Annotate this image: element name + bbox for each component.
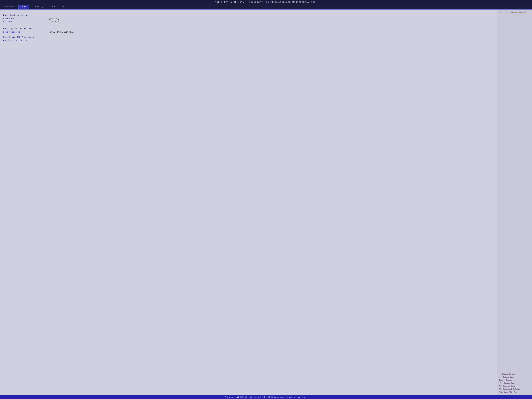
delete-boot-option-row[interactable]: ► Delete Boot Option — [3, 39, 494, 42]
title-text: Aptio Setup Utility - Copyright (C) 2008… — [215, 1, 317, 3]
boot-priorities-header: Boot Option Priorities — [3, 27, 494, 30]
boot-config-header: Boot Configuration — [3, 14, 494, 17]
boot-option-1-row[interactable]: Boot Option #1 [SATA: INTEL SSDSC2...] — [3, 31, 494, 33]
main-content: Boot Configuration UEFI Boot [Enabled] P… — [0, 10, 532, 395]
hard-drive-bbs-label: Hard Drive BBS Priorities — [3, 36, 49, 38]
left-panel: Boot Configuration UEFI Boot [Enabled] P… — [0, 10, 497, 395]
uefi-boot-value: [Enabled] — [49, 18, 59, 20]
tab-security[interactable]: Security — [30, 5, 46, 9]
tab-boot[interactable]: Boot — [18, 5, 29, 9]
nav-tabs: Advanced Boot Security Save & Exit — [0, 4, 532, 10]
status-bar: Version 1.28.1119. Copyright (C) 2008 Am… — [0, 395, 532, 399]
title-bar: Aptio Setup Utility - Copyright (C) 2008… — [0, 0, 532, 4]
delete-boot-option-label: Delete Boot Option — [5, 39, 51, 41]
key-optimized-default: F9: Optimized Default — [499, 388, 531, 391]
boot-option-1-label: Boot Option #1 — [3, 31, 49, 33]
key-change-opt: +/-: Change Opt. — [499, 382, 531, 385]
spacer-1 — [3, 24, 494, 25]
bios-screen: Aptio Setup Utility - Copyright (C) 2008… — [0, 0, 532, 399]
right-panel: Set the boot device priority ↔: Select S… — [497, 10, 532, 395]
help-text-content: Set the boot device priority — [499, 12, 526, 14]
hard-drive-bbs-row[interactable]: Hard Drive BBS Priorities — [3, 36, 494, 38]
help-text: Set the boot device priority — [499, 12, 531, 14]
key-select-item: ↑↓: Select Item — [499, 376, 531, 379]
arrow-icon: ► — [3, 39, 5, 42]
spacer-2 — [3, 34, 494, 36]
pxe-rom-row[interactable]: PXE ROM [Disabled] — [3, 20, 494, 23]
keys-legend: ↔: Select Screen ↑↓: Select Item Enter: … — [499, 373, 531, 394]
key-general-help: F1: General Help — [499, 385, 531, 388]
status-text: Version 1.28.1119. Copyright (C) 2008 Am… — [225, 396, 307, 398]
boot-option-1-value: [SATA: INTEL SSDSC2...] — [49, 31, 76, 33]
key-enter: Enter: Select — [499, 379, 531, 382]
key-select-screen: ↔: Select Screen — [499, 373, 531, 376]
tab-save-exit[interactable]: Save & Exit — [47, 5, 67, 9]
uefi-boot-label: UEFI Boot — [3, 18, 49, 20]
uefi-boot-row[interactable]: UEFI Boot [Enabled] — [3, 17, 494, 20]
tab-advanced[interactable]: Advanced — [1, 5, 17, 9]
key-save-exit: F10: Save ESC: Exit — [499, 391, 531, 394]
pxe-rom-value: [Disabled] — [49, 21, 60, 23]
pxe-rom-label: PXE ROM — [3, 21, 49, 23]
